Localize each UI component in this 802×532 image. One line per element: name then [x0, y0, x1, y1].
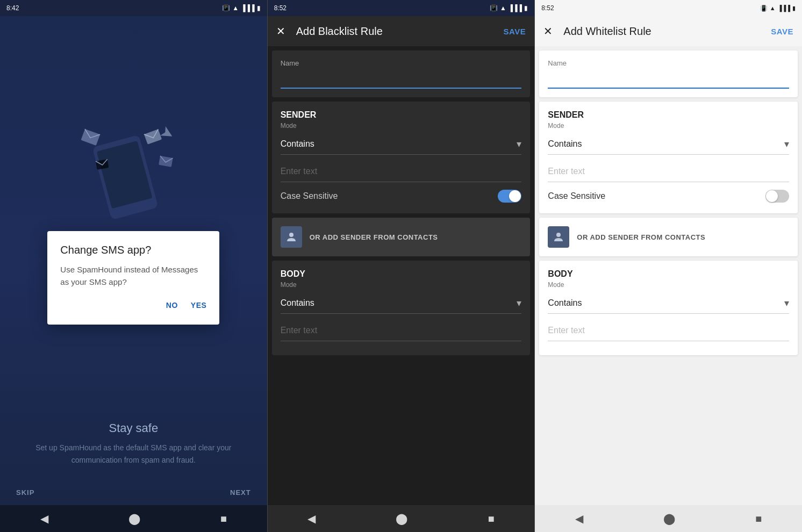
- chevron-down-body-bl: ▾: [517, 297, 521, 309]
- svg-marker-6: [160, 126, 175, 141]
- yes-button[interactable]: YES: [191, 299, 207, 312]
- blacklist-name-card: Name: [272, 51, 531, 97]
- phone-illustration: [63, 113, 203, 220]
- contact-btn-label-wl: OR ADD SENDER FROM CONTACTS: [577, 233, 705, 241]
- svg-point-7: [289, 233, 293, 237]
- signal-icon-wl: ▐▐▐: [778, 5, 790, 11]
- nav-bar-welcome: ◀ ⬤ ■: [0, 505, 267, 532]
- contact-btn-label-bl: OR ADD SENDER FROM CONTACTS: [310, 233, 438, 241]
- svg-rect-1: [97, 141, 153, 209]
- close-whitelist-button[interactable]: ✕: [543, 25, 553, 38]
- sender-mode-select-wl[interactable]: Contains ▾: [548, 134, 789, 155]
- wifi-icon: ▲: [232, 4, 239, 12]
- welcome-desc: Set up SpamHound as the default SMS app …: [0, 442, 267, 466]
- svg-rect-4: [81, 129, 101, 146]
- whitelist-header: ✕ Add Whitelist Rule SAVE: [535, 16, 802, 46]
- time-blacklist: 8:52: [274, 4, 287, 12]
- sender-mode-label-wl: Mode: [548, 122, 789, 130]
- vibrate-icon-wl: 📳: [760, 5, 768, 12]
- back-nav-icon-wl[interactable]: ◀: [575, 512, 583, 525]
- home-nav-icon-wl[interactable]: ⬤: [663, 512, 675, 525]
- body-text-row-wl[interactable]: Enter text: [548, 320, 789, 341]
- signal-icon-bl: ▐▐▐: [509, 4, 522, 12]
- case-sensitive-label-bl: Case Sensitive: [281, 191, 338, 201]
- home-nav-icon[interactable]: ⬤: [128, 512, 140, 525]
- back-nav-icon[interactable]: ◀: [40, 512, 48, 525]
- sender-heading-wl: SENDER: [548, 110, 789, 120]
- svg-point-8: [556, 233, 561, 237]
- name-label-bl: Name: [281, 59, 522, 67]
- body-heading-wl: BODY: [548, 269, 789, 279]
- phone-svg: [63, 113, 203, 220]
- dialog-body: Use SpamHound instead of Messages as you…: [60, 264, 206, 288]
- dialog-title: Change SMS app?: [60, 244, 206, 256]
- whitelist-panel: 8:52 📳 ▲ ▐▐▐ ▮ ✕ Add Whitelist Rule SAVE…: [535, 0, 802, 532]
- no-button[interactable]: NO: [166, 299, 178, 312]
- name-label-wl: Name: [548, 59, 789, 67]
- sender-text-placeholder-wl: Enter text: [548, 167, 584, 176]
- save-blacklist-button[interactable]: SAVE: [504, 27, 526, 36]
- blacklist-content: Name SENDER Mode Contains ▾ Enter text C…: [268, 46, 535, 505]
- whitelist-name-card: Name: [539, 51, 798, 97]
- welcome-content-area: Change SMS app? Use SpamHound instead of…: [0, 16, 267, 421]
- chevron-down-sender-wl: ▾: [784, 138, 789, 150]
- sender-mode-value-wl: Contains: [548, 139, 582, 149]
- body-mode-label-bl: Mode: [281, 281, 522, 289]
- change-sms-dialog: Change SMS app? Use SpamHound instead of…: [47, 231, 219, 325]
- body-mode-value-wl: Contains: [548, 298, 582, 308]
- status-bar-blacklist: 8:52 📳 ▲ ▐▐▐ ▮: [268, 0, 535, 16]
- sender-text-placeholder-bl: Enter text: [281, 167, 317, 176]
- toggle-knob-wl: [766, 190, 778, 202]
- case-sensitive-toggle-wl[interactable]: [765, 190, 789, 203]
- body-heading-bl: BODY: [281, 269, 522, 279]
- case-sensitive-label-wl: Case Sensitive: [548, 191, 605, 201]
- sender-mode-value-bl: Contains: [281, 139, 314, 149]
- status-bar-whitelist: 8:52 📳 ▲ ▐▐▐ ▮: [535, 0, 802, 16]
- body-mode-select-wl[interactable]: Contains ▾: [548, 293, 789, 314]
- body-text-placeholder-bl: Enter text: [281, 326, 317, 335]
- svg-rect-3: [159, 156, 173, 167]
- name-input-wl[interactable]: [548, 71, 789, 89]
- chevron-down-body-wl: ▾: [784, 297, 789, 309]
- blacklist-title: Add Blacklist Rule: [296, 25, 493, 38]
- status-bar-welcome: 8:42 📳 ▲ ▐▐▐ ▮: [0, 0, 267, 16]
- case-sensitive-toggle-bl[interactable]: [498, 190, 521, 203]
- body-text-row-bl[interactable]: Enter text: [281, 320, 522, 341]
- body-mode-select-bl[interactable]: Contains ▾: [281, 293, 522, 314]
- body-mode-label-wl: Mode: [548, 281, 789, 289]
- add-sender-contact-btn-wl[interactable]: OR ADD SENDER FROM CONTACTS: [539, 218, 798, 256]
- back-nav-icon-bl[interactable]: ◀: [307, 512, 316, 525]
- welcome-screen: Change SMS app? Use SpamHound instead of…: [0, 16, 267, 505]
- vibrate-icon-bl: 📳: [490, 4, 498, 12]
- name-input-bl[interactable]: [281, 71, 522, 89]
- blacklist-sender-card: SENDER Mode Contains ▾ Enter text Case S…: [272, 102, 531, 213]
- sender-mode-select-bl[interactable]: Contains ▾: [281, 134, 522, 155]
- blacklist-panel: 8:52 📳 ▲ ▐▐▐ ▮ ✕ Add Blacklist Rule SAVE…: [268, 0, 535, 532]
- close-blacklist-button[interactable]: ✕: [276, 25, 285, 38]
- person-icon-wl: [552, 231, 565, 243]
- sender-text-row-bl[interactable]: Enter text: [281, 161, 522, 182]
- case-sensitive-row-wl: Case Sensitive: [548, 188, 789, 205]
- recents-nav-icon-wl[interactable]: ■: [755, 513, 762, 525]
- battery-icon: ▮: [257, 4, 261, 12]
- whitelist-sender-card: SENDER Mode Contains ▾ Enter text Case S…: [539, 102, 798, 213]
- recents-nav-icon[interactable]: ■: [220, 513, 227, 525]
- contact-icon-wl: [548, 226, 569, 248]
- skip-button[interactable]: SKIP: [16, 488, 34, 497]
- whitelist-title: Add Whitelist Rule: [563, 25, 760, 38]
- next-button[interactable]: NEXT: [230, 488, 251, 497]
- welcome-bottom: Stay safe Set up SpamHound as the defaul…: [0, 421, 267, 505]
- whitelist-content: Name SENDER Mode Contains ▾ Enter text C…: [535, 46, 802, 505]
- whitelist-body-card: BODY Mode Contains ▾ Enter text: [539, 261, 798, 355]
- recents-nav-icon-bl[interactable]: ■: [488, 513, 495, 525]
- body-text-placeholder-wl: Enter text: [548, 326, 584, 335]
- add-sender-contact-btn-bl[interactable]: OR ADD SENDER FROM CONTACTS: [272, 218, 531, 256]
- battery-icon-wl: ▮: [792, 5, 796, 12]
- save-whitelist-button[interactable]: SAVE: [771, 27, 793, 36]
- sender-text-row-wl[interactable]: Enter text: [548, 161, 789, 182]
- wifi-icon-wl: ▲: [770, 5, 776, 11]
- welcome-nav: SKIP NEXT: [0, 482, 267, 505]
- home-nav-icon-bl[interactable]: ⬤: [396, 512, 407, 525]
- wifi-icon-bl: ▲: [500, 4, 506, 12]
- toggle-knob-bl: [509, 190, 521, 202]
